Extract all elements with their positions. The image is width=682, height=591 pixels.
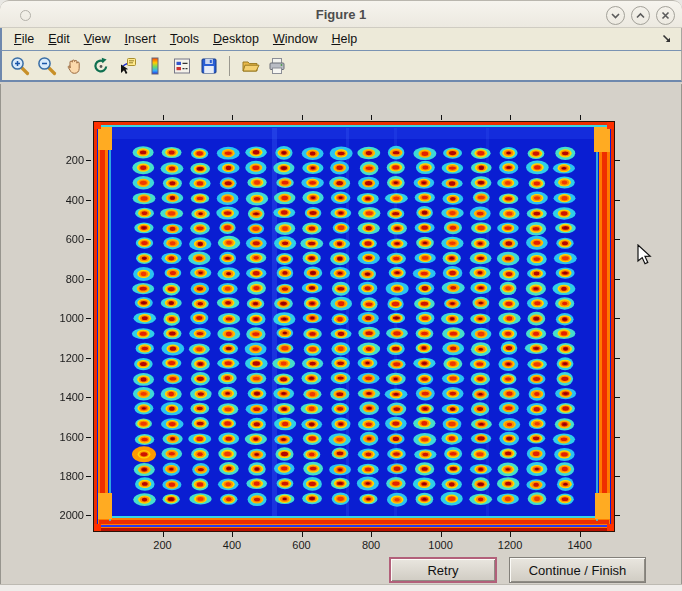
x-tick-label: 400 — [212, 539, 252, 551]
chevron-down-icon — [610, 10, 621, 21]
y-tick — [86, 437, 91, 438]
insert-colorbar-button[interactable] — [143, 54, 167, 78]
open-icon — [240, 56, 260, 76]
y-tick — [86, 515, 91, 516]
plate-image[interactable] — [93, 121, 615, 532]
print-button[interactable] — [265, 54, 289, 78]
retry-button[interactable]: Retry — [389, 557, 497, 583]
x-tick — [371, 532, 372, 537]
y-tick — [86, 239, 91, 240]
y-tick-label: 1000 — [48, 312, 84, 324]
insert-legend-button[interactable] — [170, 54, 194, 78]
x-tick-top — [371, 115, 372, 120]
x-tick-label: 1400 — [560, 539, 600, 551]
pan-button[interactable] — [62, 54, 86, 78]
y-tick-label: 600 — [48, 233, 84, 245]
y-tick-label: 200 — [48, 154, 84, 166]
pan-icon — [64, 56, 84, 76]
close-button[interactable] — [656, 6, 675, 25]
menu-edit[interactable]: Edit — [48, 32, 70, 46]
menu-file[interactable]: File — [14, 32, 34, 46]
x-tick-top — [302, 115, 303, 120]
x-tick-label: 1000 — [421, 539, 461, 551]
dock-figure-icon[interactable] — [661, 33, 673, 48]
x-tick-label: 600 — [282, 539, 322, 551]
y-tick-right — [615, 239, 620, 240]
y-tick-label: 1800 — [48, 470, 84, 482]
save-icon — [199, 56, 219, 76]
x-tick-top — [580, 115, 581, 120]
close-icon — [660, 10, 671, 21]
mouse-cursor-icon — [637, 244, 652, 270]
zoom-in-icon — [10, 56, 30, 76]
x-tick-label: 200 — [143, 539, 183, 551]
insert-legend-icon — [172, 56, 192, 76]
x-tick — [510, 532, 511, 537]
menu-desktop[interactable]: Desktop — [213, 32, 259, 46]
maximize-button[interactable] — [631, 6, 650, 25]
y-tick — [86, 476, 91, 477]
retry-button-label: Retry — [427, 563, 458, 578]
y-tick — [86, 397, 91, 398]
menu-window[interactable]: Window — [273, 32, 317, 46]
x-tick-top — [163, 115, 164, 120]
y-tick — [86, 200, 91, 201]
menu-items: FileEditViewInsertToolsDesktopWindowHelp — [14, 32, 357, 46]
toolbar-separator — [229, 56, 230, 76]
y-tick-label: 1600 — [48, 431, 84, 443]
y-tick-right — [615, 160, 620, 161]
menu-bar: FileEditViewInsertToolsDesktopWindowHelp — [0, 28, 682, 51]
y-tick-right — [615, 200, 620, 201]
y-tick-label: 800 — [48, 273, 84, 285]
insert-colorbar-icon — [145, 56, 165, 76]
x-tick — [302, 532, 303, 537]
continue-finish-button-label: Continue / Finish — [529, 563, 627, 578]
figure-toolbar — [0, 51, 682, 82]
save-button[interactable] — [197, 54, 221, 78]
continue-finish-button[interactable]: Continue / Finish — [509, 557, 646, 583]
window-bottom-edge — [0, 584, 682, 591]
menu-help[interactable]: Help — [331, 32, 357, 46]
figure-canvas-area: 2004006008001000120014002004006008001000… — [0, 84, 682, 584]
data-cursor-icon — [118, 56, 138, 76]
x-tick — [232, 532, 233, 537]
x-tick — [580, 532, 581, 537]
y-tick — [86, 318, 91, 319]
print-icon — [267, 56, 287, 76]
menu-view[interactable]: View — [84, 32, 111, 46]
x-tick-label: 1200 — [490, 539, 530, 551]
y-tick-label: 1200 — [48, 352, 84, 364]
y-tick-label: 400 — [48, 194, 84, 206]
chevron-up-icon — [635, 10, 646, 21]
zoom-out-icon — [37, 56, 57, 76]
data-cursor-button[interactable] — [116, 54, 140, 78]
y-tick-right — [615, 279, 620, 280]
menu-tools[interactable]: Tools — [170, 32, 199, 46]
y-tick-right — [615, 318, 620, 319]
rotate-3d-icon — [91, 56, 111, 76]
y-tick-right — [615, 358, 620, 359]
y-tick-label: 2000 — [48, 509, 84, 521]
zoom-out-button[interactable] — [35, 54, 59, 78]
x-tick — [163, 532, 164, 537]
figure-window: Figure 1 FileEditViewInsertToolsDesktopW… — [0, 0, 682, 591]
y-tick — [86, 160, 91, 161]
x-tick-top — [441, 115, 442, 120]
menu-insert[interactable]: Insert — [125, 32, 156, 46]
zoom-in-button[interactable] — [8, 54, 32, 78]
x-tick-top — [232, 115, 233, 120]
y-tick-right — [615, 397, 620, 398]
y-tick-right — [615, 437, 620, 438]
title-bar[interactable]: Figure 1 — [0, 0, 682, 28]
y-tick-right — [615, 476, 620, 477]
x-tick-label: 800 — [351, 539, 391, 551]
y-tick-label: 1400 — [48, 391, 84, 403]
rotate-3d-button[interactable] — [89, 54, 113, 78]
minimize-button[interactable] — [606, 6, 625, 25]
y-tick — [86, 279, 91, 280]
x-tick-top — [510, 115, 511, 120]
y-tick — [86, 358, 91, 359]
x-tick — [441, 532, 442, 537]
y-tick-right — [615, 515, 620, 516]
open-button[interactable] — [238, 54, 262, 78]
